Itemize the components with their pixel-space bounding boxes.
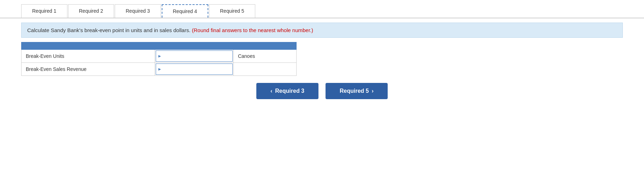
tab-label: Required 3 xyxy=(126,8,150,14)
table-header-row xyxy=(22,42,297,50)
table-wrapper: Break-Even Units ► Canoes Break-Even Sal… xyxy=(21,42,297,76)
table-row: Break-Even Units ► Canoes xyxy=(22,50,297,63)
nav-buttons: ‹ Required 3 Required 5 › xyxy=(21,83,623,99)
page-container: Required 1 Required 2 Required 3 Require… xyxy=(0,0,644,187)
col-header-unit xyxy=(233,42,296,50)
input-with-arrow: ► xyxy=(156,50,233,62)
next-chevron-icon: › xyxy=(372,88,374,94)
col-header-label xyxy=(22,42,155,50)
arrow-icon: ► xyxy=(156,54,163,59)
break-even-revenue-input-cell: ► xyxy=(155,63,234,76)
break-even-table: Break-Even Units ► Canoes Break-Even Sal… xyxy=(21,42,297,76)
tab-required-1[interactable]: Required 1 xyxy=(21,4,67,18)
instruction-text: Calculate Sandy Bank's break-even point … xyxy=(27,27,190,33)
next-button[interactable]: Required 5 › xyxy=(326,83,388,99)
tab-label: Required 5 xyxy=(220,8,244,14)
tab-required-4[interactable]: Required 4 xyxy=(162,4,209,18)
break-even-units-input-cell: ► xyxy=(155,50,234,63)
break-even-units-label: Break-Even Units xyxy=(22,50,155,63)
break-even-revenue-unit xyxy=(233,63,296,76)
prev-chevron-icon: ‹ xyxy=(270,88,272,94)
tab-required-3[interactable]: Required 3 xyxy=(115,4,161,18)
col-header-value xyxy=(155,42,234,50)
break-even-revenue-input[interactable] xyxy=(163,65,232,73)
tab-label: Required 2 xyxy=(79,8,103,14)
next-button-label: Required 5 xyxy=(340,88,369,94)
break-even-revenue-label: Break-Even Sales Revenue xyxy=(22,63,155,76)
prev-button-label: Required 3 xyxy=(275,88,304,94)
break-even-units-input[interactable] xyxy=(163,52,232,60)
tab-label: Required 1 xyxy=(32,8,56,14)
tab-required-2[interactable]: Required 2 xyxy=(68,4,114,18)
instruction-bar: Calculate Sandy Bank's break-even point … xyxy=(21,23,623,38)
table-row: Break-Even Sales Revenue ► xyxy=(22,63,297,76)
tabs-container: Required 1 Required 2 Required 3 Require… xyxy=(0,0,644,18)
input-with-arrow: ► xyxy=(156,64,233,75)
tab-label: Required 4 xyxy=(173,8,197,14)
tab-required-5[interactable]: Required 5 xyxy=(209,4,255,18)
prev-button[interactable]: ‹ Required 3 xyxy=(256,83,318,99)
arrow-icon: ► xyxy=(156,67,163,72)
instruction-highlight: (Round final answers to the nearest whol… xyxy=(192,27,313,33)
break-even-units-unit: Canoes xyxy=(233,50,296,63)
